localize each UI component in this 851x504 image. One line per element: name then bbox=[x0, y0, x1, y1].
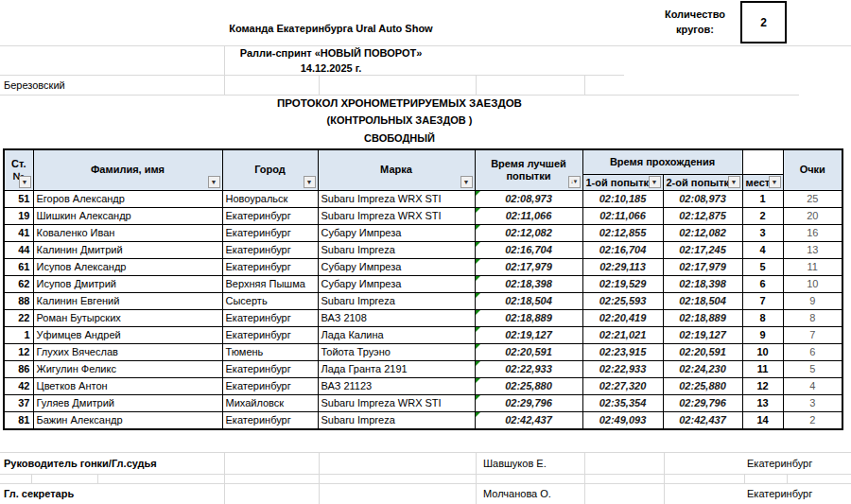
cell-best-time[interactable]: 02:16,704 bbox=[475, 241, 582, 258]
filter-dropdown-icon[interactable]: ▼ bbox=[19, 176, 31, 188]
cell-place[interactable]: 7 bbox=[742, 292, 783, 309]
cell-car[interactable]: Субару Импреза bbox=[318, 258, 475, 275]
cell-start-number[interactable]: 12 bbox=[4, 343, 33, 360]
cell-attempt2-time[interactable]: 02:12,082 bbox=[663, 224, 742, 241]
cell-name[interactable]: Исупов Александр bbox=[33, 258, 222, 275]
cell-points[interactable]: 3 bbox=[783, 394, 842, 411]
cell-name[interactable]: Коваленко Иван bbox=[33, 224, 222, 241]
cell-points[interactable]: 25 bbox=[783, 190, 842, 207]
cell-attempt1-time[interactable]: 02:16,704 bbox=[582, 241, 663, 258]
cell-start-number[interactable]: 41 bbox=[4, 224, 33, 241]
cell-attempt1-time[interactable]: 02:20,419 bbox=[582, 309, 663, 326]
cell-place[interactable]: 4 bbox=[742, 241, 783, 258]
cell-start-number[interactable]: 88 bbox=[4, 292, 33, 309]
cell-name[interactable]: Жигулин Феликс bbox=[33, 360, 222, 377]
cell-points[interactable]: 2 bbox=[783, 411, 842, 429]
cell-points[interactable]: 20 bbox=[783, 207, 842, 224]
filter-dropdown-icon[interactable]: ▼ bbox=[460, 176, 473, 188]
cell-city[interactable]: Тюмень bbox=[222, 343, 318, 360]
cell-best-time[interactable]: 02:25,880 bbox=[475, 377, 582, 394]
cell-city[interactable]: Екатеринбург bbox=[222, 377, 318, 394]
cell-attempt1-time[interactable]: 02:22,933 bbox=[582, 360, 663, 377]
cell-place[interactable]: 6 bbox=[742, 275, 783, 292]
cell-car[interactable]: Subaru Impreza WRX STI bbox=[318, 207, 475, 224]
cell-attempt2-time[interactable]: 02:17,245 bbox=[663, 241, 742, 258]
cell-attempt2-time[interactable]: 02:24,230 bbox=[663, 360, 742, 377]
cell-car[interactable]: Subaru Impreza bbox=[318, 411, 475, 429]
cell-car[interactable]: Субару Импреза bbox=[318, 224, 475, 241]
cell-start-number[interactable]: 1 bbox=[4, 326, 33, 343]
cell-name[interactable]: Уфимцев Андрей bbox=[33, 326, 222, 343]
cell-attempt1-time[interactable]: 02:25,593 bbox=[582, 292, 663, 309]
cell-attempt1-time[interactable]: 02:11,066 bbox=[582, 207, 663, 224]
cell-points[interactable]: 5 bbox=[783, 360, 842, 377]
cell-car[interactable]: Subaru Impreza bbox=[318, 292, 475, 309]
cell-place[interactable]: 5 bbox=[742, 258, 783, 275]
cell-city[interactable]: Екатеринбург bbox=[222, 360, 318, 377]
col-header-name[interactable]: Фамилия, имя ▼ bbox=[33, 149, 222, 190]
cell-points[interactable]: 11 bbox=[783, 258, 842, 275]
cell-attempt1-time[interactable]: 02:49,093 bbox=[582, 411, 663, 429]
cell-name[interactable]: Цветков Антон bbox=[33, 377, 222, 394]
col-header-car[interactable]: Марка ▼ bbox=[318, 149, 475, 190]
sort-filter-dropdown-icon[interactable]: ↓▼ bbox=[568, 176, 581, 188]
cell-city[interactable]: Екатеринбург bbox=[222, 241, 318, 258]
cell-attempt1-time[interactable]: 02:35,354 bbox=[582, 394, 663, 411]
cell-city[interactable]: Екатеринбург bbox=[222, 309, 318, 326]
cell-city[interactable]: Екатеринбург bbox=[222, 207, 318, 224]
col-header-place[interactable]: место ▼ bbox=[742, 174, 783, 190]
cell-best-time[interactable]: 02:17,979 bbox=[475, 258, 582, 275]
cell-points[interactable]: 6 bbox=[783, 343, 842, 360]
col-header-city[interactable]: Город ▼ bbox=[222, 149, 318, 190]
cell-best-time[interactable]: 02:18,398 bbox=[475, 275, 582, 292]
cell-city[interactable]: Екатеринбург bbox=[222, 411, 318, 429]
cell-start-number[interactable]: 86 bbox=[4, 360, 33, 377]
cell-name[interactable]: Роман Бутырских bbox=[33, 309, 222, 326]
cell-car[interactable]: ВАЗ 21123 bbox=[318, 377, 475, 394]
cell-place[interactable]: 14 bbox=[742, 411, 783, 429]
cell-car[interactable]: Субару Импреза bbox=[318, 275, 475, 292]
cell-attempt2-time[interactable]: 02:18,504 bbox=[663, 292, 742, 309]
cell-place[interactable]: 3 bbox=[742, 224, 783, 241]
cell-name[interactable]: Егоров Александр bbox=[33, 190, 222, 207]
cell-best-time[interactable]: 02:12,082 bbox=[475, 224, 582, 241]
cell-attempt2-time[interactable]: 02:29,796 bbox=[663, 394, 742, 411]
cell-car[interactable]: Тойота Труэно bbox=[318, 343, 475, 360]
cell-place[interactable]: 11 bbox=[742, 360, 783, 377]
cell-city[interactable]: Екатеринбург bbox=[222, 258, 318, 275]
cell-start-number[interactable]: 37 bbox=[4, 394, 33, 411]
location-cell[interactable]: Березовский bbox=[4, 79, 65, 91]
cell-start-number[interactable]: 22 bbox=[4, 309, 33, 326]
cell-attempt2-time[interactable]: 02:25,880 bbox=[663, 377, 742, 394]
cell-best-time[interactable]: 02:29,796 bbox=[475, 394, 582, 411]
cell-name[interactable]: Калинин Дмитрий bbox=[33, 241, 222, 258]
cell-car[interactable]: Лада Калина bbox=[318, 326, 475, 343]
cell-car[interactable]: Subaru Impreza WRX STI bbox=[318, 394, 475, 411]
cell-points[interactable]: 10 bbox=[783, 275, 842, 292]
cell-start-number[interactable]: 61 bbox=[4, 258, 33, 275]
cell-place[interactable]: 12 bbox=[742, 377, 783, 394]
col-header-attempt2[interactable]: 2-ой попытки ▼ bbox=[663, 174, 742, 190]
cell-attempt2-time[interactable]: 02:08,973 bbox=[663, 190, 742, 207]
cell-name[interactable]: Шишкин Александр bbox=[33, 207, 222, 224]
cell-points[interactable]: 16 bbox=[783, 224, 842, 241]
cell-name[interactable]: Гуляев Дмитрий bbox=[33, 394, 222, 411]
cell-attempt1-time[interactable]: 02:29,113 bbox=[582, 258, 663, 275]
cell-start-number[interactable]: 42 bbox=[4, 377, 33, 394]
cell-attempt2-time[interactable]: 02:12,875 bbox=[663, 207, 742, 224]
cell-name[interactable]: Исупов Дмитрий bbox=[33, 275, 222, 292]
cell-start-number[interactable]: 44 bbox=[4, 241, 33, 258]
cell-attempt1-time[interactable]: 02:10,185 bbox=[582, 190, 663, 207]
cell-place[interactable]: 13 bbox=[742, 394, 783, 411]
cell-start-number[interactable]: 81 bbox=[4, 411, 33, 429]
cell-attempt2-time[interactable]: 02:18,889 bbox=[663, 309, 742, 326]
cell-city[interactable]: Екатеринбург bbox=[222, 326, 318, 343]
cell-attempt2-time[interactable]: 02:20,591 bbox=[663, 343, 742, 360]
cell-start-number[interactable]: 51 bbox=[4, 190, 33, 207]
cell-name[interactable]: Бажин Александр bbox=[33, 411, 222, 429]
cell-city[interactable]: Новоуральск bbox=[222, 190, 318, 207]
cell-best-time[interactable]: 02:19,127 bbox=[475, 326, 582, 343]
cell-attempt1-time[interactable]: 02:19,529 bbox=[582, 275, 663, 292]
cell-points[interactable]: 7 bbox=[783, 326, 842, 343]
cell-points[interactable]: 8 bbox=[783, 309, 842, 326]
